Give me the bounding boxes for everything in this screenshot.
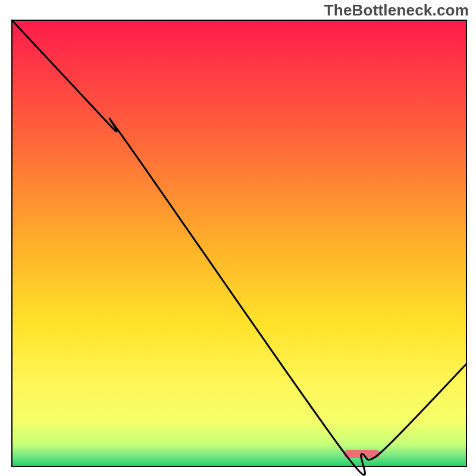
bottleneck-chart [0,0,476,476]
plot-background [12,20,466,466]
chart-container: { "watermark": "TheBottleneck.com", "cha… [0,0,476,476]
